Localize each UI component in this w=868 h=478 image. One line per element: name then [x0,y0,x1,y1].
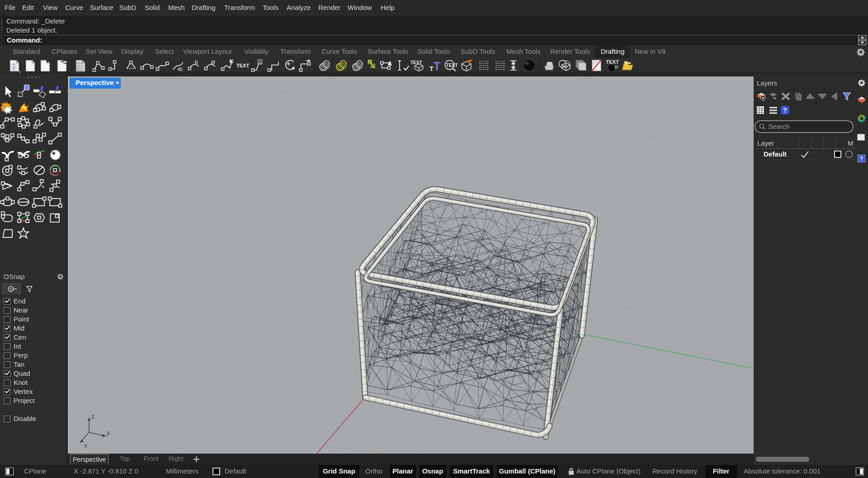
svg-text:T: T [434,60,440,72]
svg-text:R: R [195,60,198,65]
svg-text:TEXT: TEXT [236,63,249,68]
svg-text:TEXT: TEXT [446,63,458,68]
svg-text:?: ? [783,107,787,114]
svg-text:Ø: Ø [211,60,215,65]
svg-text:z: z [91,413,94,420]
svg-text:x: x [84,442,87,449]
svg-text:TEXT: TEXT [606,59,619,65]
svg-text:T: T [429,65,434,72]
svg-text:45: 45 [177,67,183,72]
svg-text:y: y [107,429,110,436]
svg-text:[2]: [2] [258,59,263,64]
